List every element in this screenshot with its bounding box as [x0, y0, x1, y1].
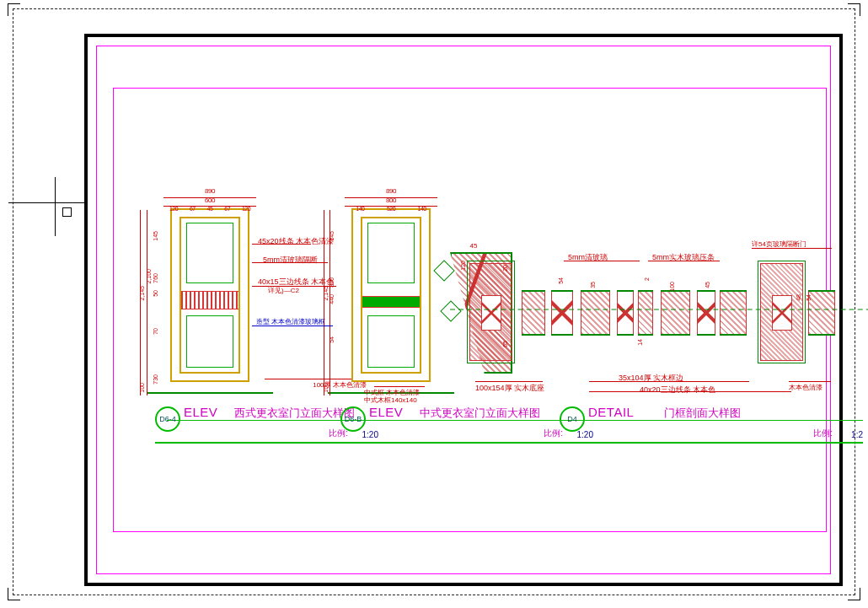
- title-kind: DETAIL: [588, 405, 634, 419]
- crop-tick: [8, 3, 20, 16]
- title-block-2: D6-B ELEV 中式更衣室门立面大样图 比例: 1:20: [340, 400, 593, 444]
- door-chinese-elev: [345, 210, 437, 395]
- frame-section-details: 120 20 65 54 35 14 2 100 45 48 54 45 5mm…: [450, 231, 868, 400]
- door-waist-rail: [181, 291, 238, 309]
- crop-tick: [848, 3, 860, 16]
- door-western-elev: [163, 210, 256, 395]
- callout-freehand: 造型 木本色清漆玻璃框: [256, 317, 325, 326]
- section-ref-bubble: D6-B: [340, 406, 366, 432]
- paper-border: 890 600 120 67 45 67 120 2,145 2,100 145…: [84, 34, 843, 586]
- title-kind: ELEV: [184, 405, 217, 419]
- callout-glass: 5mm清玻璃隔断: [263, 255, 318, 266]
- scale-value: 1:2: [851, 430, 863, 439]
- crop-tick: [848, 588, 860, 600]
- crop-tick: [8, 588, 20, 600]
- title-block-3: D4 DETAIL 门框剖面大样图 比例: 1:2: [560, 400, 863, 444]
- callout-rail-ref: 详见)—C2: [268, 286, 299, 295]
- title-name: 中式更衣室门立面大样图: [420, 406, 540, 421]
- scale-label: 比例:: [813, 428, 833, 439]
- title-kind: ELEV: [369, 405, 403, 419]
- title-name: 西式更衣室门立面大样图: [234, 406, 355, 421]
- section-ref-bubble: D4: [560, 406, 585, 432]
- title-name: 门框剖面大样图: [664, 406, 741, 421]
- section-ref-bubble: D6-4: [155, 406, 180, 432]
- callout-stile: 45x20线条 木本色清漆: [258, 236, 334, 247]
- dim-vert-door1: 2,145 2,100 145 760 50 70 730 100: [140, 210, 163, 395]
